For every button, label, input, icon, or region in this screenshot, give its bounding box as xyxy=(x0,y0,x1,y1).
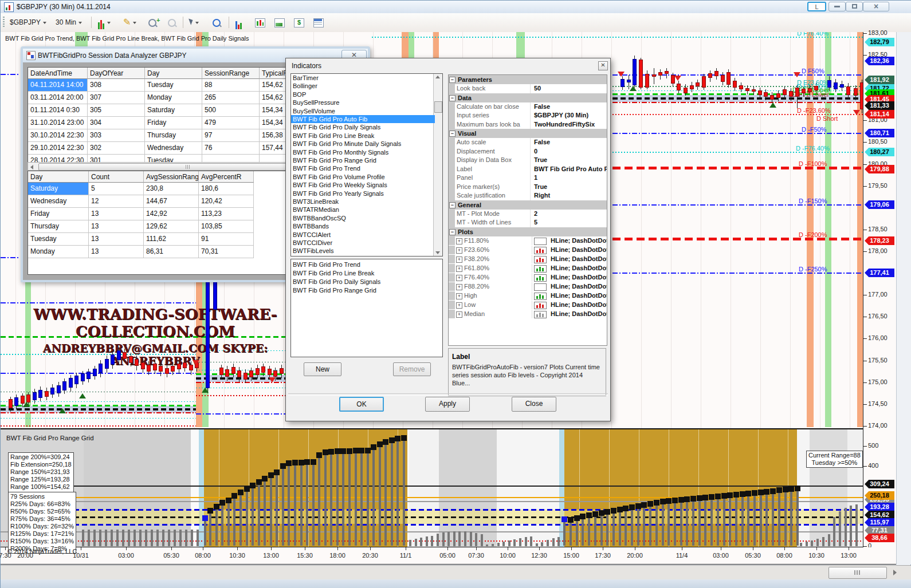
cursor-tool-button[interactable] xyxy=(187,15,201,29)
scrollbar-thumb[interactable] xyxy=(38,163,292,171)
scroll-up-arrow[interactable] xyxy=(435,76,440,78)
collapse-icon[interactable]: − xyxy=(449,229,456,235)
market-analyzer-button[interactable] xyxy=(272,15,287,29)
indicator-list-item[interactable]: BWT Fib Grid Pro Yearly Signals xyxy=(291,190,435,198)
property-value[interactable]: Right xyxy=(532,191,607,200)
account-button[interactable]: $ xyxy=(292,15,307,29)
plot-row[interactable]: +F23.60%HLine; DashDotDot; xyxy=(449,246,607,255)
dialog-close-button[interactable]: ✕ xyxy=(598,61,608,70)
column-header[interactable]: AvgSessionRange xyxy=(144,171,199,183)
property-row[interactable]: Scale justificationRight xyxy=(449,191,607,200)
property-value[interactable]: True xyxy=(532,156,607,164)
chart-analyzer-button[interactable] xyxy=(253,15,268,29)
plot-style-value[interactable]: HLine; DashDotDot; xyxy=(551,282,607,291)
plot-row[interactable]: +F76.40%HLine; DashDotDot; xyxy=(449,273,607,282)
property-value[interactable]: True xyxy=(532,183,607,191)
scroll-down-arrow[interactable] xyxy=(435,251,440,254)
property-row[interactable]: MT - Width of Lines5 xyxy=(449,218,607,227)
selected-indicator-item[interactable]: BWT Fib Grid Pro Trend xyxy=(291,261,435,269)
property-grid[interactable]: −ParametersLook back50−DataCalculate on … xyxy=(448,74,607,346)
scroll-left-arrow[interactable] xyxy=(30,165,33,169)
property-row[interactable]: Maximum bars look baTwoHundredFiftySix xyxy=(449,120,607,129)
plot-row[interactable]: +HighHLine; DashDotDot; xyxy=(449,291,607,301)
scrollbar-thumb[interactable] xyxy=(434,101,442,113)
property-section-header[interactable]: −Plots xyxy=(449,227,607,236)
selected-indicator-item[interactable]: BWT Fib Grid Pro Line Break xyxy=(291,269,435,277)
scroll-right-arrow[interactable] xyxy=(893,570,897,575)
column-header[interactable]: Day xyxy=(28,171,89,183)
expand-icon[interactable]: + xyxy=(456,293,462,299)
collapse-icon[interactable]: − xyxy=(449,131,456,137)
property-value[interactable]: 2 xyxy=(532,210,607,218)
property-row[interactable]: Price marker(s)True xyxy=(449,183,607,192)
property-value[interactable]: False xyxy=(532,138,607,147)
indicator-list-item[interactable]: BWT Fib Grid Pro Auto Fib xyxy=(291,115,435,123)
indicator-list-item[interactable]: BWTBBandOscSQ xyxy=(291,214,435,222)
collapse-icon[interactable]: − xyxy=(449,202,456,208)
column-header[interactable]: AvgPercentR xyxy=(199,171,254,183)
time-axis[interactable]: 7:3020:0010/3103:0005:3008:0010:3013:001… xyxy=(1,547,896,565)
expand-icon[interactable]: + xyxy=(456,284,462,290)
toolbar-grip[interactable] xyxy=(3,17,5,28)
indicator-list-item[interactable]: BWT Fib Grid Pro Line Break xyxy=(291,132,435,140)
indicator-list-item[interactable]: BWT Fib Grid Pro Monthly Signals xyxy=(291,148,435,156)
indicator-list-item[interactable]: BWT Fib Grid Pro Minute Daily Signals xyxy=(291,140,435,148)
interval-dropdown[interactable]: 30 Min xyxy=(53,15,84,29)
collapse-icon[interactable]: − xyxy=(449,95,456,101)
plot-style-value[interactable]: HLine; DashDotDot; xyxy=(551,273,607,282)
collapse-icon[interactable]: − xyxy=(449,77,456,83)
minimize-button[interactable] xyxy=(828,2,846,11)
indicator-list-item[interactable]: BuySellVolume xyxy=(291,107,435,115)
plot-row[interactable]: +F61.80%HLine; DashDotDot; xyxy=(449,264,607,273)
plot-style-value[interactable]: HLine; DashDotDot; xyxy=(551,255,607,263)
close-dialog-button[interactable]: Close xyxy=(512,397,556,412)
column-header[interactable]: DateAndTime xyxy=(28,68,88,79)
indicator-list-item[interactable]: BOP xyxy=(291,90,435,98)
plot-row[interactable]: +F11.80%HLine; DashDotDot; xyxy=(449,236,607,246)
property-value[interactable]: 0 xyxy=(532,147,607,156)
restore-button[interactable] xyxy=(846,2,863,11)
expand-icon[interactable]: + xyxy=(456,256,462,263)
draw-tool-button[interactable]: ✎ xyxy=(121,15,139,29)
property-value[interactable]: 5 xyxy=(532,218,607,227)
indicator-list-item[interactable]: BWT Fib Grid Pro Range Grid xyxy=(291,156,435,164)
selected-indicator-item[interactable]: BWT Fib Grid Pro Daily Signals xyxy=(291,278,435,286)
property-value[interactable]: TwoHundredFiftySix xyxy=(532,120,607,129)
indicator-list-item[interactable]: BWTFibLevels xyxy=(291,247,435,255)
expand-icon[interactable]: + xyxy=(456,275,462,281)
column-header[interactable]: SessionRange xyxy=(202,68,260,79)
expand-icon[interactable]: + xyxy=(456,302,462,309)
selected-indicators-list[interactable]: BWT Fib Grid Pro TrendBWT Fib Grid Pro L… xyxy=(290,259,443,357)
expand-icon[interactable]: + xyxy=(456,311,462,318)
indicator-list-item[interactable]: BarTimer xyxy=(291,74,435,82)
plot-style-value[interactable]: HLine; DashDotDot; xyxy=(551,264,607,273)
indicator-list-item[interactable]: BWT Fib Grid Pro Volume Profile xyxy=(291,173,435,181)
property-section-header[interactable]: −Data xyxy=(449,93,607,102)
property-section-header[interactable]: −Visual xyxy=(449,129,607,138)
plot-style-value[interactable]: HLine; DashDotDot; xyxy=(551,301,607,309)
indicator-list-item[interactable]: BWT Fib Grid Pro Weekly Signals xyxy=(291,181,435,189)
indicator-list-item[interactable]: BWT3LineBreak xyxy=(291,198,435,206)
indicator-list-item[interactable]: Bollinger xyxy=(291,82,435,90)
data-box-button[interactable] xyxy=(311,15,326,29)
indicator-list-item[interactable]: BWT Fib Grid Pro Daily Signals xyxy=(291,123,435,131)
close-button[interactable]: × xyxy=(863,2,889,11)
price-axis[interactable]: 183,00182,50181,00180,50180,00179,50178,… xyxy=(863,32,896,565)
selected-indicator-item[interactable]: BWT Fib Grid Pro Range Grid xyxy=(291,286,435,294)
property-value[interactable]: False xyxy=(532,102,607,111)
indicator-list-item[interactable]: BWTCCIDiver xyxy=(291,239,435,247)
column-header[interactable]: Count xyxy=(89,171,144,183)
property-row[interactable]: Calculate on bar closeFalse xyxy=(449,102,607,112)
indicator-list-item[interactable]: BWTATRMedian xyxy=(291,206,435,214)
property-row[interactable]: Look back50 xyxy=(449,84,607,93)
plot-row[interactable]: +F88.20%HLine; DashDotDot; xyxy=(449,282,607,291)
horizontal-scrollbar[interactable] xyxy=(1,565,911,579)
expand-icon[interactable]: + xyxy=(456,266,462,272)
property-row[interactable]: LabelBWT Fib Grid Pro Auto Fi xyxy=(449,165,607,174)
indicator-list[interactable]: BarTimerBollingerBOPBuySellPressureBuySe… xyxy=(290,73,443,256)
ok-button[interactable]: OK xyxy=(339,397,384,412)
property-section-header[interactable]: −Parameters xyxy=(449,75,607,84)
indicators-button[interactable] xyxy=(233,15,245,29)
plot-style-value[interactable]: HLine; DashDotDot; xyxy=(551,310,607,318)
column-header[interactable]: Day xyxy=(145,68,202,79)
